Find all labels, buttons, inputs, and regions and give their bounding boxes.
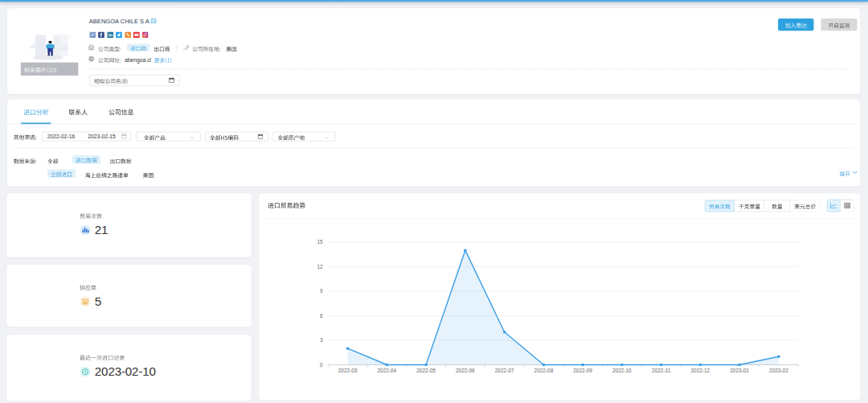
svg-text:2022-06: 2022-06 [456, 368, 475, 373]
svg-text:2022-12: 2022-12 [690, 368, 710, 373]
svg-text:2022-05: 2022-05 [416, 368, 436, 373]
svg-text:0: 0 [320, 361, 323, 367]
svg-text:15: 15 [317, 239, 323, 245]
svg-text:2022-08: 2022-08 [534, 368, 553, 373]
svg-text:2022-11: 2022-11 [652, 368, 671, 373]
svg-text:2023-01: 2023-01 [730, 368, 749, 373]
svg-text:6: 6 [320, 312, 323, 318]
svg-text:12: 12 [317, 263, 323, 269]
svg-text:2022-04: 2022-04 [377, 368, 396, 373]
svg-text:3: 3 [320, 337, 323, 343]
svg-text:2023-02: 2023-02 [769, 368, 788, 373]
svg-text:2022-09: 2022-09 [573, 368, 592, 373]
svg-text:2022-10: 2022-10 [612, 368, 632, 373]
svg-text:2022-07: 2022-07 [495, 368, 514, 373]
svg-text:9: 9 [320, 288, 323, 294]
svg-text:2022-03: 2022-03 [338, 368, 357, 373]
